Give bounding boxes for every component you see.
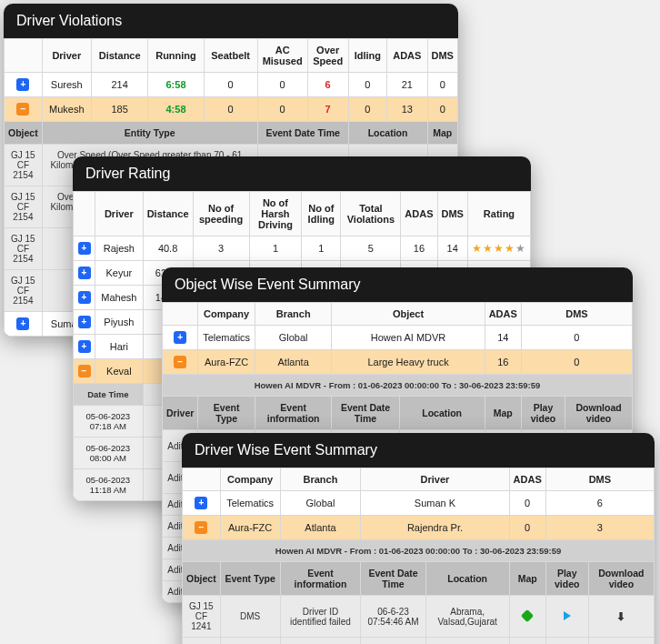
cell: 14 <box>437 236 467 261</box>
cell: 08-7-23 07:54:46 AM <box>361 638 425 645</box>
table-row: + Telematics Global Howen AI MDVR 14 0 <box>163 326 633 350</box>
cell: 3 <box>193 236 249 261</box>
date-time-header: Date Time <box>74 384 144 406</box>
subcol-dt: Event Date Time <box>332 397 399 430</box>
subcol-info: Event information <box>280 562 361 596</box>
col-adas: ADAS <box>387 39 427 73</box>
cell-driver: Suresh <box>42 73 91 97</box>
table-row: + Telematics Global Suman K 0 6 <box>183 491 655 516</box>
driverwise-table: Company Branch Driver ADAS DMS + Telemat… <box>182 468 655 644</box>
rating-stars: ★★★★★ <box>467 236 530 261</box>
col-seatbelt: Seatbelt <box>204 39 257 73</box>
cell: Telematics <box>198 326 255 350</box>
table-row: − Aura-FZC Atlanta Rajendra Pr. 0 3 <box>183 516 655 540</box>
subcol-location: Location <box>348 122 427 145</box>
cell: 7 <box>307 97 348 122</box>
date-time-cell: 05-06-2023 08:00 AM <box>74 438 144 469</box>
collapse-button[interactable]: − <box>195 521 207 534</box>
cell: Atlanta <box>280 516 361 540</box>
expand-button[interactable]: + <box>78 340 91 353</box>
cell: 0 <box>521 326 632 350</box>
cell: Abrama, Valsad,Gujarat <box>425 596 509 638</box>
expand-button[interactable]: + <box>78 316 91 328</box>
col-distance: Distance <box>91 39 148 73</box>
panel-title-driverwise: Driver Wise Event Summary <box>182 433 655 468</box>
cell: 3 <box>545 516 654 540</box>
col-driver: Driver <box>42 39 91 73</box>
download-icon[interactable]: ⬇ <box>616 610 625 623</box>
subcol-map: Map <box>509 562 545 596</box>
cell: Mahesh <box>95 286 144 310</box>
col-distance: Distance <box>143 192 193 236</box>
cell: 185 <box>91 97 148 122</box>
cell: 16 <box>485 350 521 375</box>
cell: 21 <box>387 73 427 97</box>
col-dms: DMS <box>521 303 632 326</box>
expand-button[interactable]: + <box>16 78 29 91</box>
table-row: − Mukesh 185 4:58 0 0 7 0 13 0 <box>5 97 458 122</box>
cell: Aura-FZC <box>220 516 280 540</box>
col-total: Total Violations <box>341 192 401 236</box>
col-adas: ADAS <box>509 468 545 491</box>
cell: 4:58 <box>148 97 204 122</box>
col-company: Company <box>198 303 255 326</box>
expand-button[interactable]: + <box>78 291 91 304</box>
cell: Aura-FZC <box>198 350 255 375</box>
cell: Keyur <box>95 261 144 286</box>
col-driver: Driver <box>95 192 144 236</box>
cell: Telematics <box>220 491 280 516</box>
cell: 16 <box>401 236 437 261</box>
col-dms: DMS <box>545 468 654 491</box>
subcol-dt: Event Date Time <box>361 562 425 596</box>
cell-object: GJ 15 CF 2154 <box>5 186 43 228</box>
cell: Global <box>255 326 332 350</box>
col-overspeed: Over Speed <box>307 39 348 73</box>
cell: Rajesh <box>95 236 144 261</box>
cell: Driver ID identified failed <box>280 596 361 638</box>
cell: 0 <box>257 97 307 122</box>
date-time-cell: 05-06-2023 07:18 AM <box>74 406 144 438</box>
subcol-download: Download video <box>565 397 633 430</box>
subcol-map: Map <box>427 122 458 145</box>
expand-button[interactable]: + <box>78 267 91 279</box>
cell-object: GJ 15 CF 2154 <box>5 145 43 186</box>
cell: Piyush <box>95 310 144 335</box>
expand-button[interactable]: + <box>78 242 91 255</box>
table-row: + Suresh 214 6:58 0 0 6 0 21 0 <box>5 73 458 97</box>
map-icon[interactable] <box>521 609 534 621</box>
cell: Rajendra Pr. <box>361 516 509 540</box>
cell: Howen AI MDVR <box>332 326 485 350</box>
subcol-play: Play video <box>545 562 588 596</box>
cell: 13 <box>387 97 427 122</box>
play-icon[interactable] <box>564 611 571 620</box>
cell-driver: Mukesh <box>42 97 91 122</box>
cell: 14 <box>485 326 521 350</box>
cell: 0 <box>427 97 458 122</box>
col-branch: Branch <box>255 303 332 326</box>
cell: 0 <box>204 97 257 122</box>
subcol-object: Object <box>183 562 221 596</box>
cell-distance: 214 <box>91 73 148 97</box>
panel-title-violations: Driver Violations <box>4 4 458 38</box>
col-running: Running <box>148 39 204 73</box>
subcol-play: Play video <box>521 397 565 430</box>
col-dms: DMS <box>437 192 467 236</box>
collapse-button[interactable]: − <box>174 356 186 368</box>
expand-button[interactable]: + <box>16 317 29 330</box>
cell: 0 <box>348 73 386 97</box>
cell: 1 <box>249 236 301 261</box>
cell: 6 <box>545 491 654 516</box>
cell: Large Heavy truck <box>332 350 485 375</box>
expand-button[interactable]: + <box>174 331 186 344</box>
cell: 0 <box>509 491 545 516</box>
subcol-download: Download video <box>588 562 654 596</box>
cell-running: 6:58 <box>148 73 204 97</box>
cell-object: GJ 15 CF 2154 <box>5 270 43 312</box>
expand-button[interactable]: + <box>195 497 207 509</box>
col-object: Object <box>332 303 485 326</box>
cell: Global <box>280 491 361 516</box>
col-ac: AC Misused <box>257 39 307 73</box>
cell: 0 <box>521 350 632 375</box>
collapse-button[interactable]: − <box>16 103 29 116</box>
collapse-button[interactable]: − <box>78 365 91 377</box>
